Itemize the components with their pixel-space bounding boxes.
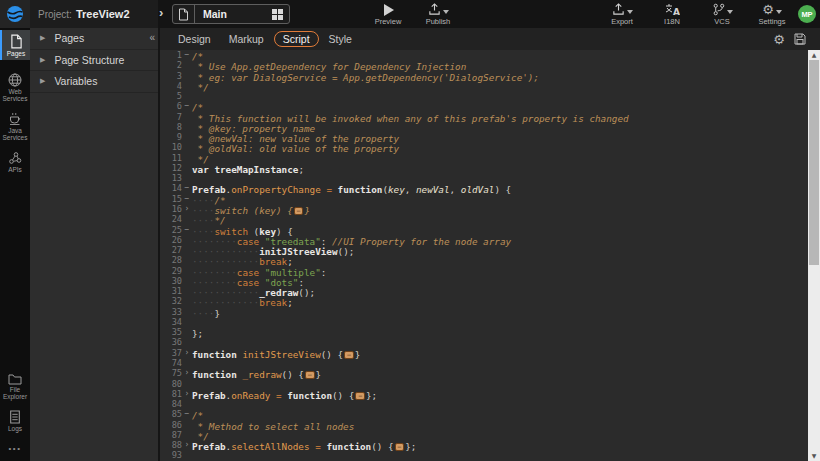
folded-code-badge[interactable]: ⋯ <box>395 443 405 451</box>
folded-code-badge[interactable]: ⋯ <box>355 392 365 400</box>
fold-open-icon[interactable]: − <box>182 409 192 419</box>
tab-design[interactable]: Design <box>178 33 211 45</box>
code-line[interactable]: 32············break; <box>160 296 820 306</box>
save-icon[interactable] <box>794 33 806 45</box>
line-number[interactable]: 13 <box>160 173 182 183</box>
folded-code-badge[interactable]: ⋯ <box>344 351 354 359</box>
code-line[interactable]: 86 * Method to select all nodes <box>160 420 820 430</box>
code-line[interactable]: 3 * eg: var DialogService = App.getDepen… <box>160 71 820 81</box>
line-number[interactable]: 35 <box>160 327 182 337</box>
code-line[interactable]: 7 * This function will be invoked when a… <box>160 112 820 122</box>
code-line[interactable]: 81›Prefab.onReady = function() {⋯}; <box>160 389 820 399</box>
line-number[interactable]: 81 <box>160 389 182 399</box>
more-options-icon[interactable]: ••• <box>0 438 30 461</box>
line-number[interactable]: 7 <box>160 112 182 122</box>
line-number[interactable]: 15 <box>160 194 182 204</box>
fold-open-icon[interactable]: − <box>182 194 192 204</box>
code-line[interactable]: 35}; <box>160 327 820 337</box>
code-line[interactable]: 25−····switch (key) { <box>160 225 820 235</box>
line-number[interactable]: 80 <box>160 379 182 389</box>
line-number[interactable]: 25 <box>160 225 182 235</box>
sidebar-item-file-explorer[interactable]: File Explorer <box>0 369 30 403</box>
code-line[interactable]: 28············break; <box>160 255 820 265</box>
line-number[interactable]: 1 <box>160 50 182 60</box>
fold-collapsed-icon[interactable]: › <box>182 348 192 358</box>
line-number[interactable]: 14 <box>160 183 182 193</box>
line-number[interactable]: 24 <box>160 214 182 224</box>
line-number[interactable]: 32 <box>160 296 182 306</box>
code-line[interactable]: 9 * @newVal: new value of the property <box>160 132 820 142</box>
scroll-down-icon[interactable]: ▼ <box>808 452 820 460</box>
line-number[interactable]: 11 <box>160 153 182 163</box>
code-line[interactable]: 85−/* <box>160 409 820 419</box>
scroll-up-icon[interactable]: ▲ <box>808 51 820 59</box>
code-line[interactable]: 88›Prefab.selectAllNodes = function() {⋯… <box>160 440 820 450</box>
line-number[interactable]: 9 <box>160 132 182 142</box>
panel-section-page-structure[interactable]: ▶ Page Structure <box>30 50 158 72</box>
vcs-button[interactable]: VCS <box>704 2 740 26</box>
sidebar-item-logs[interactable]: Logs <box>0 406 30 435</box>
line-number[interactable]: 87 <box>160 430 182 440</box>
sidebar-item-web-services[interactable]: Web Services <box>0 69 30 105</box>
line-number[interactable]: 88 <box>160 440 182 450</box>
code-editor[interactable]: 1−/*2 * Use App.getDependency for Depend… <box>160 50 820 461</box>
folded-code-badge[interactable]: ⋯ <box>305 371 315 379</box>
fold-open-icon[interactable]: − <box>182 183 192 193</box>
code-line[interactable]: 5 <box>160 91 820 101</box>
vertical-scrollbar[interactable]: ▲ ▼ <box>808 50 820 461</box>
code-line[interactable]: 2 * Use App.getDependency for Dependency… <box>160 60 820 70</box>
panel-section-variables[interactable]: ▶ Variables <box>30 71 158 93</box>
line-number[interactable]: 10 <box>160 142 182 152</box>
code-line[interactable]: 75›function _redraw() {⋯} <box>160 368 820 378</box>
line-number[interactable]: 29 <box>160 266 182 276</box>
line-number[interactable]: 16 <box>160 204 182 214</box>
folded-code-badge[interactable]: ⋯ <box>294 207 304 215</box>
i18n-button[interactable]: A I18N <box>654 2 690 26</box>
code-line[interactable]: 14−Prefab.onPropertyChange = function(ke… <box>160 183 820 193</box>
line-number[interactable]: 2 <box>160 60 182 70</box>
line-number[interactable]: 8 <box>160 122 182 132</box>
fold-collapsed-icon[interactable]: › <box>182 440 192 450</box>
app-logo[interactable] <box>0 0 30 28</box>
fold-open-icon[interactable]: − <box>182 225 192 235</box>
fold-open-icon[interactable]: − <box>182 101 192 111</box>
apps-grid-icon[interactable] <box>272 9 283 20</box>
fold-collapsed-icon[interactable]: › <box>182 389 192 399</box>
code-line[interactable]: 34 <box>160 317 820 327</box>
fold-collapsed-icon[interactable]: › <box>182 368 192 378</box>
line-number[interactable]: 75 <box>160 368 182 378</box>
code-line[interactable]: 30········case "dots": <box>160 276 820 286</box>
line-number[interactable]: 6 <box>160 101 182 111</box>
line-number[interactable]: 74 <box>160 358 182 368</box>
line-number[interactable]: 3 <box>160 71 182 81</box>
line-number[interactable]: 37 <box>160 348 182 358</box>
code-line[interactable]: 6−/* <box>160 101 820 111</box>
line-number[interactable]: 84 <box>160 399 182 409</box>
code-line[interactable]: 36 <box>160 337 820 347</box>
collapse-panel-icon[interactable]: « <box>149 32 155 43</box>
line-number[interactable]: 5 <box>160 91 182 101</box>
line-number[interactable]: 27 <box>160 245 182 255</box>
export-button[interactable]: Export <box>604 2 640 26</box>
code-line[interactable]: 10 * @oldVal: old value of the property <box>160 142 820 152</box>
sidebar-item-java-services[interactable]: Java Services <box>0 108 30 144</box>
settings-button[interactable]: ⚙ Settings <box>754 2 790 26</box>
line-number[interactable]: 30 <box>160 276 182 286</box>
line-number[interactable]: 33 <box>160 307 182 317</box>
code-line[interactable]: 37›function initJStreeView() {⋯} <box>160 348 820 358</box>
line-number[interactable]: 85 <box>160 409 182 419</box>
user-avatar[interactable]: MP <box>798 5 816 23</box>
tab-markup[interactable]: Markup <box>229 33 264 45</box>
line-number[interactable]: 36 <box>160 337 182 347</box>
editor-settings-gear-icon[interactable]: ⚙ <box>773 33 785 46</box>
line-number[interactable]: 26 <box>160 235 182 245</box>
sidebar-item-pages[interactable]: Pages <box>0 30 30 60</box>
tab-script[interactable]: Script <box>274 31 319 47</box>
line-number[interactable]: 4 <box>160 81 182 91</box>
tab-style[interactable]: Style <box>329 33 352 45</box>
panel-section-pages[interactable]: ▶ Pages <box>30 28 158 50</box>
line-number[interactable]: 34 <box>160 317 182 327</box>
publish-button[interactable]: Publish <box>420 2 456 26</box>
code-line[interactable]: 16›····switch (key) {⋯} <box>160 204 820 214</box>
line-number[interactable]: 93 <box>160 450 182 460</box>
